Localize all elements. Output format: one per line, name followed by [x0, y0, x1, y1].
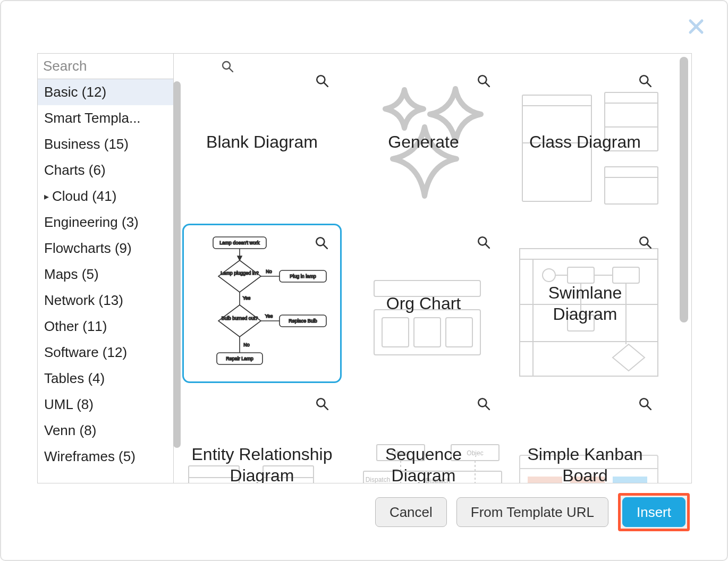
sidebar-item[interactable]: Wireframes (5): [38, 444, 173, 470]
sidebar-item-label: UML (8): [44, 396, 94, 413]
svg-line-17: [647, 83, 651, 87]
sidebar-item-label: Basic (12): [44, 84, 106, 100]
svg-marker-58: [613, 344, 645, 371]
sidebar-item[interactable]: Flowcharts (9): [38, 235, 173, 261]
svg-marker-22: [218, 260, 261, 292]
sidebar-item[interactable]: Maps (5): [38, 261, 173, 287]
sidebar-item-label: Charts (6): [44, 162, 106, 178]
sidebar-item[interactable]: UML (8): [38, 392, 173, 418]
svg-line-85: [486, 406, 489, 410]
sidebar-item[interactable]: Business (15): [38, 131, 173, 157]
sidebar-item[interactable]: Venn (8): [38, 418, 173, 444]
template-card[interactable]: Swimlane Diagram: [505, 224, 665, 383]
template-title: Class Diagram: [526, 131, 644, 152]
svg-rect-44: [382, 318, 409, 347]
template-title: Entity Relationship Diagram: [188, 444, 336, 483]
svg-line-95: [647, 406, 651, 410]
svg-line-48: [486, 244, 489, 248]
template-title: Swimlane Diagram: [511, 282, 659, 325]
sidebar-item-label: Network (13): [44, 292, 123, 309]
svg-rect-46: [446, 318, 472, 347]
preview-zoom-button[interactable]: [477, 74, 490, 88]
preview-zoom-button[interactable]: [638, 397, 652, 411]
sidebar-item-label: Business (15): [44, 136, 129, 152]
svg-rect-14: [605, 167, 658, 204]
svg-text:Yes: Yes: [243, 295, 251, 301]
insert-button[interactable]: Insert: [622, 497, 685, 527]
template-grid-area: Blank Diagram Generate Class Diagram Lam…: [174, 54, 691, 483]
sidebar-item-label: Wireframes (5): [44, 448, 136, 465]
sidebar-item[interactable]: Smart Templa...: [38, 105, 173, 131]
sidebar-item-label: Venn (8): [44, 422, 96, 439]
cancel-button[interactable]: Cancel: [375, 497, 447, 527]
expand-icon: ▸: [44, 191, 49, 202]
svg-rect-55: [568, 267, 594, 283]
svg-text:Repair Lamp: Repair Lamp: [226, 356, 253, 361]
preview-zoom-button[interactable]: [638, 235, 652, 249]
sidebar-item-label: Tables (4): [44, 370, 105, 387]
svg-text:Plug in lamp: Plug in lamp: [290, 274, 316, 279]
svg-text:Lamp doesn't work: Lamp doesn't work: [219, 240, 260, 245]
template-title: Sequence Diagram: [349, 444, 498, 483]
preview-zoom-button[interactable]: [315, 397, 329, 411]
preview-zoom-button[interactable]: [315, 74, 329, 88]
template-card[interactable]: Generate: [344, 62, 503, 222]
magnify-icon: [477, 397, 490, 411]
magnify-icon: [477, 74, 490, 88]
sidebar-item-label: Smart Templa...: [44, 110, 141, 126]
svg-text:Yes: Yes: [265, 313, 273, 319]
sidebar-item-label: Flowcharts (9): [44, 240, 132, 257]
magnify-icon: [638, 397, 652, 411]
sidebar-item-label: Cloud (41): [52, 188, 116, 205]
sidebar-list: Basic (12)Smart Templa...Business (15)Ch…: [38, 79, 173, 483]
search-row: [38, 54, 173, 79]
svg-line-5: [324, 83, 328, 87]
svg-text:Replace Bulb: Replace Bulb: [289, 318, 317, 324]
template-title: Blank Diagram: [203, 131, 321, 152]
svg-marker-21: [238, 256, 242, 260]
sidebar-item-label: Engineering (3): [44, 214, 139, 231]
insert-button-highlight: Insert: [618, 493, 690, 531]
sidebar-item[interactable]: Basic (12): [38, 79, 173, 105]
sidebar-item[interactable]: Software (12): [38, 339, 173, 366]
svg-rect-56: [613, 267, 639, 283]
main-scrollbar[interactable]: [680, 57, 688, 322]
magnify-icon: [638, 74, 652, 88]
template-card[interactable]: Entity Relationship Diagram: [182, 385, 342, 483]
magnify-icon: [477, 235, 490, 249]
template-picker: Basic (12)Smart Templa...Business (15)Ch…: [37, 53, 692, 483]
template-card[interactable]: Org Chart: [344, 224, 503, 383]
svg-text:No: No: [266, 269, 272, 274]
svg-point-54: [543, 269, 555, 282]
preview-zoom-button[interactable]: [477, 397, 490, 411]
sidebar-item[interactable]: ▸Cloud (41): [38, 183, 173, 209]
template-card[interactable]: Blank Diagram: [182, 62, 342, 222]
sidebar-item[interactable]: Tables (4): [38, 366, 173, 392]
svg-line-41: [324, 245, 327, 249]
svg-rect-43: [374, 310, 480, 355]
preview-zoom-button[interactable]: [638, 74, 652, 88]
template-grid: Blank Diagram Generate Class Diagram Lam…: [182, 62, 687, 483]
magnify-icon: [315, 397, 329, 411]
svg-text:Lamp plugged in?: Lamp plugged in?: [221, 270, 259, 276]
template-card[interactable]: Class Diagram: [505, 62, 665, 222]
dialog-footer: Cancel From Template URL Insert: [37, 493, 690, 531]
svg-text:No: No: [243, 342, 250, 347]
close-button[interactable]: [685, 16, 707, 37]
template-card[interactable]: Lamp doesn't work Lamp plugged in? No Pl…: [182, 224, 342, 383]
sidebar-item[interactable]: Network (13): [38, 287, 173, 313]
template-card[interactable]: Object Objec Dispatch Dispatch Sequence …: [344, 385, 503, 483]
sidebar-item[interactable]: Charts (6): [38, 157, 173, 183]
svg-line-64: [647, 244, 651, 248]
template-title: Generate: [385, 131, 462, 152]
sidebar-item-label: Maps (5): [44, 266, 99, 283]
svg-text:Bulb burned out?: Bulb burned out?: [222, 316, 258, 321]
sidebar-item[interactable]: Engineering (3): [38, 209, 173, 235]
from-template-url-button[interactable]: From Template URL: [456, 497, 608, 527]
template-card[interactable]: Simple Kanban Board: [505, 385, 665, 483]
preview-zoom-button[interactable]: [315, 236, 328, 250]
preview-zoom-button[interactable]: [477, 235, 490, 249]
sidebar-item[interactable]: Other (11): [38, 313, 173, 339]
sidebar: Basic (12)Smart Templa...Business (15)Ch…: [38, 54, 174, 483]
sidebar-item-label: Software (12): [44, 344, 127, 361]
